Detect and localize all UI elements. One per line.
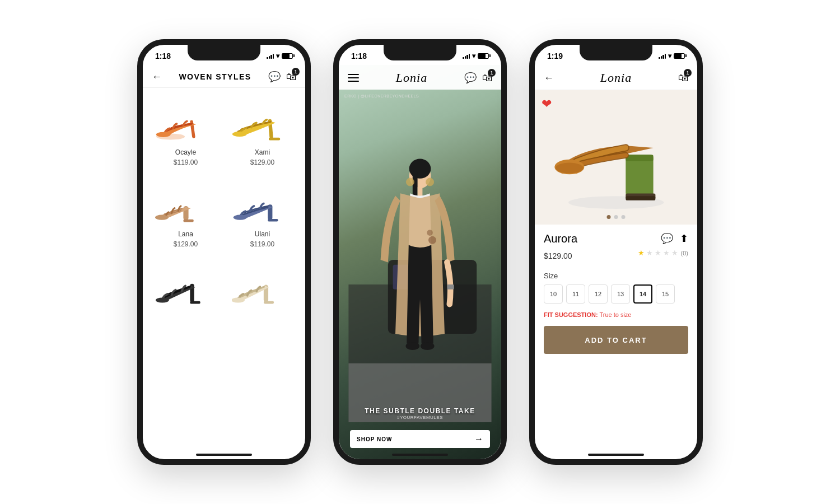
product-name-ocayle: Ocayle	[175, 148, 196, 156]
size-label: Size	[544, 272, 688, 280]
product-price-ocayle: $119.00	[174, 158, 198, 166]
size-10[interactable]: 10	[544, 284, 563, 304]
svg-rect-35	[626, 155, 653, 161]
product-image-cream	[232, 263, 293, 307]
size-15[interactable]: 15	[656, 284, 675, 304]
carousel-dot-2[interactable]	[614, 215, 618, 219]
phone3-home-bar	[588, 454, 644, 456]
svg-point-13	[155, 297, 169, 302]
product-image-ocayle	[155, 99, 217, 144]
phone3-battery-icon	[674, 53, 685, 59]
product-name: Aurora	[544, 232, 577, 245]
phone2-brand-logo: Lonia	[396, 71, 427, 85]
review-count: (0)	[681, 250, 688, 256]
product-favorite-button[interactable]: ❤	[542, 97, 552, 111]
svg-point-37	[556, 162, 583, 173]
phone2-status-icons: ▾	[463, 52, 489, 60]
caption-hashtag: #YOURFAVEMULES	[343, 415, 497, 420]
size-11[interactable]: 11	[566, 284, 585, 304]
size-14[interactable]: 14	[633, 284, 652, 304]
carousel-dot-1[interactable]	[607, 215, 611, 219]
shop-now-text: SHOP NOW	[357, 436, 392, 442]
phone1-cart-icon[interactable]: 🛍 1	[286, 71, 296, 83]
phone2-time: 1:18	[351, 52, 367, 60]
price-rating-row: $129.00 ★ ★ ★ ★ ★ (0)	[544, 249, 688, 265]
fit-label: FIT SUGGESTION:	[544, 311, 598, 318]
phone2-cart-icon[interactable]: 🛍 1	[482, 72, 492, 84]
svg-rect-17	[263, 301, 273, 304]
product-price-lana: $129.00	[174, 240, 198, 248]
phone1-notch	[188, 45, 260, 60]
phone1-home-bar	[196, 454, 252, 456]
product-shoe-svg	[547, 100, 685, 214]
svg-point-28	[405, 342, 419, 350]
svg-point-29	[421, 342, 435, 350]
carousel-dots	[607, 215, 626, 219]
phone2-screen: Lonia 💬 🛍 1 ERKO | @LIFEOVERBEYONDHEELS …	[339, 65, 501, 459]
product-image-black	[155, 263, 217, 307]
phone1-battery-icon	[282, 53, 293, 59]
phone3-brand-logo: Lonia	[600, 71, 632, 85]
product-image-xami	[232, 99, 293, 144]
svg-rect-32	[447, 284, 454, 290]
size-12[interactable]: 12	[589, 284, 608, 304]
shop-now-bar[interactable]: SHOP NOW →	[350, 430, 490, 448]
shoe-xami-svg	[232, 100, 293, 143]
star-3: ★	[655, 249, 661, 257]
shoe-black-svg	[155, 263, 217, 307]
fit-value: True to size	[599, 311, 631, 318]
svg-point-10	[233, 215, 246, 220]
product-price: $129.00	[544, 251, 572, 260]
phone2-chat-icon[interactable]: 💬	[464, 72, 477, 84]
svg-point-4	[232, 132, 246, 137]
phone2-menu-icon[interactable]	[348, 74, 359, 82]
phone-2: 1:18 ▾	[333, 39, 507, 465]
phone1-chat-icon[interactable]: 💬	[268, 71, 281, 83]
product-cell-ocayle[interactable]: Ocayle $119.00	[147, 94, 224, 175]
product-cell-cream[interactable]	[224, 257, 301, 323]
svg-point-7	[155, 215, 169, 220]
carousel-dot-3[interactable]	[622, 215, 626, 219]
product-cell-ulani[interactable]: Ulani $119.00	[224, 175, 301, 257]
phone3-wifi-icon: ▾	[668, 52, 671, 60]
size-13[interactable]: 13	[611, 284, 630, 304]
add-to-cart-button[interactable]: ADD TO CART	[544, 326, 688, 354]
product-name-xami: Xami	[255, 148, 270, 156]
phone1-back-button[interactable]: ←	[152, 71, 162, 83]
product-comment-icon[interactable]: 💬	[661, 232, 673, 245]
phone1-signal	[267, 53, 274, 59]
phone3-notch	[580, 45, 652, 60]
caption-title: THE SUBTLE DOUBLE TAKE	[343, 407, 497, 415]
star-2: ★	[646, 249, 653, 257]
phone1-wifi-icon: ▾	[276, 52, 279, 60]
phone1-status-icons: ▾	[267, 52, 293, 60]
svg-point-2	[156, 132, 170, 137]
product-cell-black[interactable]	[147, 257, 224, 323]
phone1-screen: ← WOVEN STYLES 💬 🛍 1	[143, 65, 305, 459]
phone2-notch	[384, 45, 456, 60]
phone3-time: 1:19	[547, 52, 563, 60]
phone2-home-bar	[392, 454, 448, 456]
svg-point-16	[232, 297, 245, 302]
shoe-cream-svg	[232, 263, 293, 307]
product-image-ulani	[232, 181, 293, 226]
fit-suggestion: FIT SUGGESTION: True to size	[544, 311, 688, 318]
phone3-header: ← Lonia 🛍 1	[535, 65, 697, 90]
star-4: ★	[663, 249, 670, 257]
product-share-icon[interactable]: ⬆	[680, 232, 688, 245]
phone3-cart-icon[interactable]: 🛍 1	[678, 72, 688, 84]
product-cell-lana[interactable]: Lana $129.00	[147, 175, 224, 257]
product-image-lana	[155, 181, 217, 226]
size-selector: Size 10 11 12 13 14 15	[544, 272, 688, 304]
star-rating: ★ ★ ★ ★ ★ (0)	[638, 249, 688, 257]
shoe-lana-svg	[155, 181, 217, 225]
svg-rect-5	[268, 138, 279, 141]
svg-rect-1	[190, 120, 195, 138]
phone1-time: 1:18	[155, 52, 171, 60]
product-name-lana: Lana	[178, 230, 193, 238]
product-cell-xami[interactable]: Xami $129.00	[224, 94, 301, 175]
phone2-cart-badge: 1	[488, 69, 496, 77]
phone3-back-button[interactable]: ←	[544, 72, 554, 84]
product-price-xami: $129.00	[250, 158, 274, 166]
lookbook-caption: THE SUBTLE DOUBLE TAKE #YOURFAVEMULES	[339, 403, 501, 424]
